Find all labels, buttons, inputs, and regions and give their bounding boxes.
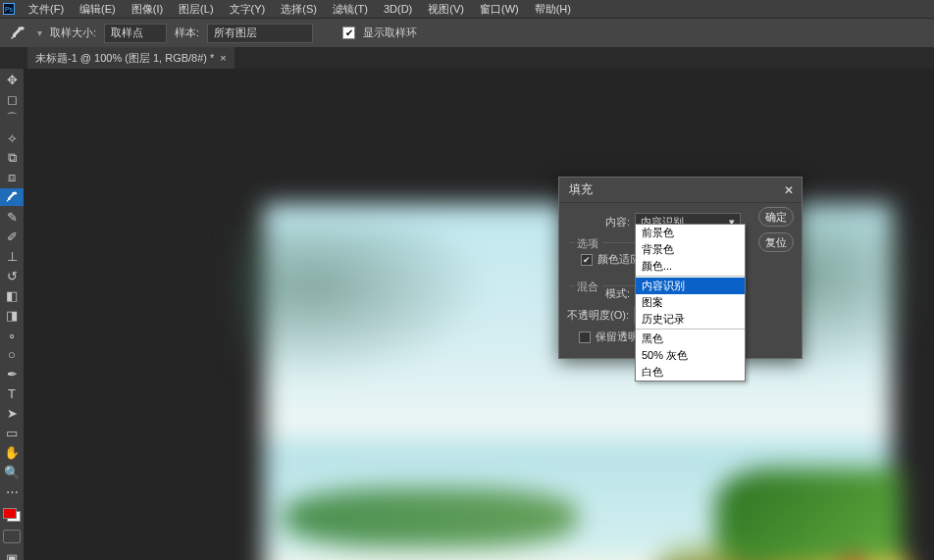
close-icon[interactable]: ✕ [784, 183, 794, 197]
options-bar: ▾ 取样大小: 取样点 样本: 所有图层 ✔ 显示取样环 [0, 18, 934, 47]
tool-history-brush[interactable]: ↺ [0, 267, 24, 284]
menu-select[interactable]: 选择(S) [273, 0, 325, 19]
menu-image[interactable]: 图像(I) [124, 0, 171, 19]
sample-layers-label: 样本: [175, 25, 199, 40]
tool-hand[interactable]: ✋ [0, 443, 24, 461]
tool-path-select[interactable]: ➤ [0, 404, 24, 422]
opacity-label: 不透明度(O): [567, 308, 629, 323]
tool-lasso[interactable]: ⌒ [0, 110, 24, 127]
dropdown-item-pattern[interactable]: 图案 [636, 294, 745, 311]
dropdown-item-black[interactable]: 黑色 [636, 331, 745, 347]
show-ring-checkbox[interactable]: ✔ [342, 26, 355, 39]
tool-more[interactable]: ⋯ [0, 483, 24, 500]
tool-move[interactable]: ✥ [0, 71, 24, 88]
dropdown-item-foreground[interactable]: 前景色 [636, 225, 745, 241]
quick-mask-icon[interactable] [3, 530, 21, 543]
content-dropdown-list: 前景色 背景色 颜色... 内容识别 图案 历史记录 黑色 50% 灰色 白色 [635, 224, 746, 382]
tool-blur[interactable]: ∘ [0, 326, 24, 343]
sample-layers-select[interactable]: 所有图层 [207, 24, 313, 43]
ok-button[interactable]: 确定 [758, 207, 794, 227]
mode-label: 模式: [605, 286, 630, 301]
menu-edit[interactable]: 编辑(E) [72, 0, 124, 19]
dropdown-item-content-aware[interactable]: 内容识别 [636, 278, 745, 294]
tool-rectangle[interactable]: ▭ [0, 424, 24, 441]
tool-type[interactable]: T [0, 384, 24, 402]
preserve-trans-checkbox[interactable] [579, 331, 591, 343]
tool-crop[interactable]: ⧉ [0, 149, 24, 167]
menu-3d[interactable]: 3D(D) [376, 1, 420, 17]
show-ring-label: 显示取样环 [363, 25, 417, 40]
tool-stamp[interactable]: ⊥ [0, 247, 24, 265]
tool-eraser[interactable]: ◧ [0, 286, 24, 304]
content-label: 内容: [605, 215, 630, 229]
tool-healing[interactable]: ✎ [0, 208, 24, 226]
blend-group-label: 混合 [577, 280, 598, 294]
dropdown-item-history[interactable]: 历史记录 [636, 311, 745, 328]
menu-layer[interactable]: 图层(L) [171, 0, 221, 19]
document-tab-title: 未标题-1 @ 100% (图层 1, RGB/8#) * [35, 51, 214, 66]
document-tab-bar: 未标题-1 @ 100% (图层 1, RGB/8#) * × [0, 47, 934, 69]
sample-size-label: 取样大小: [50, 25, 96, 40]
tool-pen[interactable]: ✒ [0, 365, 24, 382]
foreground-color-swatch[interactable] [3, 508, 17, 519]
dropdown-separator [636, 276, 745, 277]
menu-help[interactable]: 帮助(H) [527, 0, 579, 19]
color-adapt-checkbox[interactable]: ✔ [581, 254, 593, 266]
menu-type[interactable]: 文字(Y) [222, 0, 274, 19]
chevron-down-icon[interactable]: ▾ [37, 27, 42, 38]
menu-filter[interactable]: 滤镜(T) [325, 0, 376, 19]
tool-eyedropper[interactable] [0, 188, 24, 206]
toolbox: ✥ ◻ ⌒ ✧ ⧉ ⧈ ✎ ✐ ⊥ ↺ ◧ ◨ ∘ ○ ✒ T ➤ ▭ ✋ 🔍 … [0, 69, 24, 560]
dialog-titlebar[interactable]: 填充 ✕ [559, 178, 802, 203]
menu-view[interactable]: 视图(V) [420, 0, 472, 19]
tool-frame[interactable]: ⧈ [0, 169, 24, 186]
tool-magic-wand[interactable]: ✧ [0, 129, 24, 147]
ps-logo-icon: Ps [3, 3, 15, 15]
dropdown-item-gray[interactable]: 50% 灰色 [636, 347, 745, 364]
tool-brush[interactable]: ✐ [0, 228, 24, 245]
close-tab-icon[interactable]: × [220, 52, 226, 64]
tool-zoom[interactable]: 🔍 [0, 463, 24, 481]
color-swatches[interactable] [3, 508, 21, 522]
document-tab[interactable]: 未标题-1 @ 100% (图层 1, RGB/8#) * × [27, 47, 234, 69]
sample-size-select[interactable]: 取样点 [104, 24, 167, 43]
menu-window[interactable]: 窗口(W) [472, 0, 527, 19]
dialog-title: 填充 [569, 181, 593, 198]
options-group-label: 选项 [577, 236, 598, 251]
eyedropper-icon[interactable] [6, 23, 29, 44]
reset-button[interactable]: 复位 [758, 232, 794, 252]
dropdown-separator [636, 329, 745, 330]
dropdown-item-white[interactable]: 白色 [636, 364, 745, 381]
dropdown-item-background[interactable]: 背景色 [636, 241, 745, 258]
menu-file[interactable]: 文件(F) [21, 0, 72, 19]
menu-bar: Ps 文件(F) 编辑(E) 图像(I) 图层(L) 文字(Y) 选择(S) 滤… [0, 0, 934, 18]
tool-dodge[interactable]: ○ [0, 345, 24, 363]
tool-marquee[interactable]: ◻ [0, 90, 24, 108]
screen-mode-icon[interactable]: ▣ [0, 549, 24, 560]
dropdown-item-color[interactable]: 颜色... [636, 258, 745, 275]
tool-gradient[interactable]: ◨ [0, 306, 24, 324]
